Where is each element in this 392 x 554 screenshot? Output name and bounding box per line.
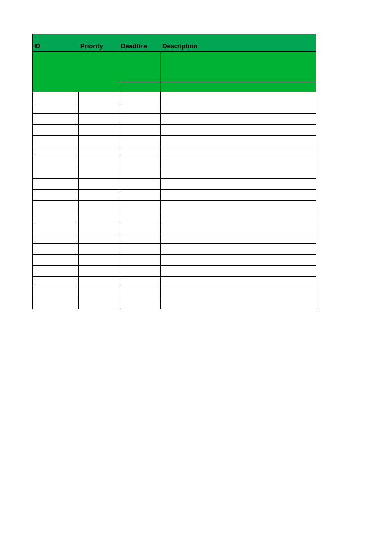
col-header-description[interactable]: Description [161,34,316,52]
cell-deadline[interactable] [119,146,161,157]
cell-priority[interactable] [79,146,119,157]
cell-description[interactable] [161,136,316,146]
cell-id[interactable] [33,179,79,190]
cell-deadline[interactable] [119,114,161,125]
cell-priority[interactable] [79,222,119,233]
cell-description[interactable] [161,103,316,114]
cell-id[interactable] [33,157,79,168]
cell-id[interactable] [33,201,79,211]
cell-deadline[interactable] [119,157,161,168]
cell-deadline[interactable] [119,244,161,255]
cell-description[interactable] [161,255,316,266]
cell-description[interactable] [161,125,316,136]
cell-description[interactable] [161,222,316,233]
cell-id[interactable] [33,266,79,277]
cell-id[interactable] [33,222,79,233]
cell-id[interactable] [33,298,79,309]
cell-id[interactable] [33,255,79,266]
cell-id[interactable] [33,277,79,287]
subheader-deadline[interactable] [119,82,161,92]
cell-priority[interactable] [79,125,119,136]
cell-deadline[interactable] [119,168,161,179]
table-row [33,190,316,201]
cell-priority[interactable] [79,92,119,103]
subheader-description[interactable] [161,82,316,92]
cell-description[interactable] [161,277,316,287]
cell-priority[interactable] [79,266,119,277]
cell-priority[interactable] [79,114,119,125]
cell-deadline[interactable] [119,287,161,298]
cell-deadline[interactable] [119,190,161,201]
cell-deadline[interactable] [119,179,161,190]
cell-priority[interactable] [79,287,119,298]
table-row [33,125,316,136]
cell-deadline[interactable] [119,266,161,277]
cell-priority[interactable] [79,298,119,309]
cell-priority[interactable] [79,168,119,179]
col-header-deadline[interactable]: Deadline [119,34,161,52]
cell-id[interactable] [33,287,79,298]
cell-description[interactable] [161,92,316,103]
table-row [33,136,316,146]
cell-priority[interactable] [79,255,119,266]
cell-description[interactable] [161,201,316,211]
cell-deadline[interactable] [119,201,161,211]
table-row [33,179,316,190]
subheader-deadline[interactable] [119,52,161,82]
cell-description[interactable] [161,114,316,125]
table-row [33,114,316,125]
table-row [33,222,316,233]
cell-id[interactable] [33,125,79,136]
cell-description[interactable] [161,287,316,298]
subheader-merged-left[interactable] [33,52,119,82]
cell-id[interactable] [33,92,79,103]
cell-deadline[interactable] [119,136,161,146]
cell-deadline[interactable] [119,125,161,136]
cell-priority[interactable] [79,179,119,190]
cell-priority[interactable] [79,277,119,287]
cell-description[interactable] [161,146,316,157]
table-row [33,287,316,298]
cell-deadline[interactable] [119,211,161,222]
cell-id[interactable] [33,146,79,157]
cell-id[interactable] [33,190,79,201]
cell-description[interactable] [161,233,316,244]
cell-description[interactable] [161,266,316,277]
subheader-merged-left[interactable] [33,82,119,92]
table-row [33,255,316,266]
col-header-id[interactable]: ID [33,34,79,52]
cell-description[interactable] [161,168,316,179]
cell-priority[interactable] [79,136,119,146]
cell-description[interactable] [161,190,316,201]
cell-id[interactable] [33,114,79,125]
subheader-description[interactable] [161,52,316,82]
cell-priority[interactable] [79,103,119,114]
cell-deadline[interactable] [119,255,161,266]
table-row [33,157,316,168]
cell-description[interactable] [161,298,316,309]
cell-priority[interactable] [79,190,119,201]
col-header-priority[interactable]: Priority [79,34,119,52]
cell-id[interactable] [33,211,79,222]
cell-description[interactable] [161,179,316,190]
cell-priority[interactable] [79,201,119,211]
cell-deadline[interactable] [119,277,161,287]
cell-description[interactable] [161,244,316,255]
cell-priority[interactable] [79,211,119,222]
cell-id[interactable] [33,233,79,244]
cell-deadline[interactable] [119,222,161,233]
cell-deadline[interactable] [119,233,161,244]
table-row [33,244,316,255]
cell-id[interactable] [33,168,79,179]
cell-deadline[interactable] [119,92,161,103]
cell-deadline[interactable] [119,103,161,114]
cell-description[interactable] [161,157,316,168]
cell-id[interactable] [33,136,79,146]
cell-id[interactable] [33,244,79,255]
cell-priority[interactable] [79,244,119,255]
cell-priority[interactable] [79,157,119,168]
cell-id[interactable] [33,103,79,114]
cell-priority[interactable] [79,233,119,244]
cell-description[interactable] [161,211,316,222]
cell-deadline[interactable] [119,298,161,309]
